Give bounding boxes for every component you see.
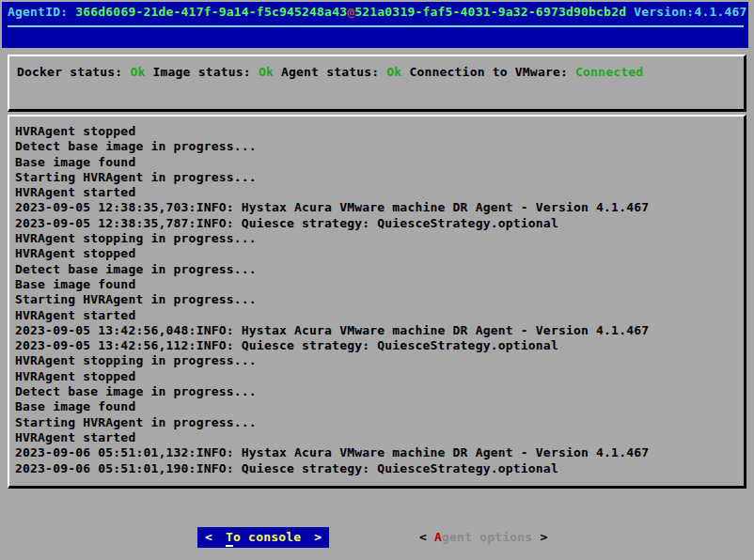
log-line: Base image found bbox=[15, 155, 742, 170]
log-line: Base image found bbox=[15, 399, 742, 414]
right-angle-bracket: > bbox=[314, 530, 322, 544]
log-line: 2023-09-05 12:38:35,787:INFO: Quiesce st… bbox=[15, 216, 742, 231]
log-line: Starting HVRAgent in progress... bbox=[15, 292, 742, 307]
title-underline bbox=[8, 25, 744, 27]
status-label: Image status: bbox=[153, 65, 259, 79]
left-angle-bracket: < bbox=[419, 530, 427, 544]
log-line: 2023-09-05 12:38:35,703:INFO: Hystax Acu… bbox=[15, 200, 742, 215]
log-line: 2023-09-06 05:51:01,132:INFO: Hystax Acu… bbox=[15, 445, 742, 460]
agent-id-part1: 366d6069-21de-417f-9a14-f5c945248a43 bbox=[75, 5, 347, 19]
to-console-label: o console bbox=[233, 530, 301, 544]
left-angle-bracket: < bbox=[205, 530, 212, 544]
status-label: Agent status: bbox=[281, 65, 386, 79]
log-lines: HVRAgent stoppedDetect base image in pro… bbox=[15, 124, 742, 476]
agent-id-line: AgentID:366d6069-21de-417f-9a14-f5c94524… bbox=[8, 5, 747, 20]
log-line: HVRAgent stopping in progress... bbox=[15, 231, 742, 246]
log-line: HVRAgent stopped bbox=[15, 369, 742, 384]
agent-id-separator: @ bbox=[347, 5, 354, 19]
log-line: Detect base image in progress... bbox=[15, 139, 742, 154]
log-line: 2023-09-06 05:51:01,190:INFO: Quiesce st… bbox=[15, 461, 742, 476]
log-line: HVRAgent started bbox=[15, 308, 742, 323]
agent-console-screen: AgentID:366d6069-21de-417f-9a14-f5c94524… bbox=[0, 0, 754, 560]
log-line: Detect base image in progress... bbox=[15, 384, 742, 399]
log-box: HVRAgent stoppedDetect base image in pro… bbox=[8, 115, 746, 489]
log-line: HVRAgent stopping in progress... bbox=[15, 353, 742, 368]
agent-options-label: gent options bbox=[442, 530, 532, 544]
agent-id-part2: 521a0319-faf5-4031-9a32-6973d90bcb2d bbox=[354, 5, 626, 19]
log-line: Starting HVRAgent in progress... bbox=[15, 170, 742, 185]
agent-options-hotkey: A bbox=[434, 530, 442, 544]
log-line: 2023-09-05 13:42:56,112:INFO: Quiesce st… bbox=[15, 338, 742, 353]
title-bar: AgentID:366d6069-21de-417f-9a14-f5c94524… bbox=[2, 2, 748, 48]
status-box: Docker status: Ok Image status: Ok Agent… bbox=[8, 54, 746, 112]
agent-id-label: AgentID: bbox=[8, 5, 68, 19]
status-value: Connected bbox=[575, 65, 643, 79]
status-value: Ok bbox=[259, 65, 274, 79]
log-line: Detect base image in progress... bbox=[15, 262, 742, 277]
log-line: HVRAgent started bbox=[15, 185, 742, 200]
status-label: Docker status: bbox=[17, 65, 130, 79]
status-value: Ok bbox=[386, 65, 401, 79]
agent-options-button[interactable]: <Agent options> bbox=[419, 527, 547, 548]
to-console-hotkey: T bbox=[226, 529, 233, 547]
log-line: Base image found bbox=[15, 277, 742, 292]
log-line: Starting HVRAgent in progress... bbox=[15, 415, 742, 430]
log-line: 2023-09-05 13:42:56,048:INFO: Hystax Acu… bbox=[15, 323, 742, 338]
log-line: HVRAgent stopped bbox=[15, 124, 742, 139]
status-value: Ok bbox=[130, 65, 145, 79]
log-line: HVRAgent started bbox=[15, 430, 742, 445]
status-label: Connection to VMware: bbox=[409, 65, 575, 79]
right-angle-bracket: > bbox=[540, 530, 547, 544]
status-text: Docker status: Ok Image status: Ok Agent… bbox=[17, 65, 643, 80]
log-line: HVRAgent stopped bbox=[15, 246, 742, 261]
version-label: Version:4.1.467 bbox=[634, 5, 746, 19]
to-console-button[interactable]: <To console> bbox=[197, 527, 329, 548]
